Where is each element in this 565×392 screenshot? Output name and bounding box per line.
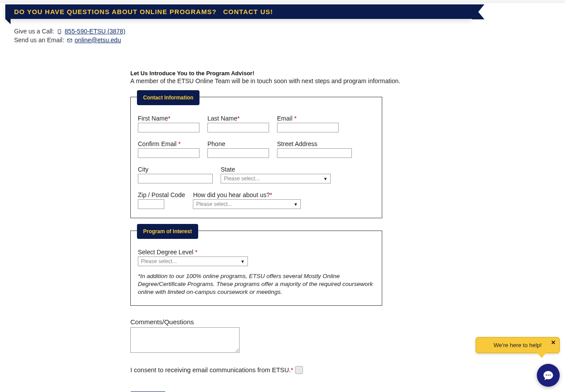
state-label: State	[221, 166, 331, 173]
zip-input[interactable]	[138, 199, 164, 209]
hear-about-label: How did you hear about us?*	[193, 191, 301, 198]
degree-level-select[interactable]: Please select...	[138, 256, 248, 266]
email-field-label: Email *	[277, 115, 339, 122]
zip-label: Zip / Postal Code	[138, 191, 185, 198]
chat-icon	[543, 370, 554, 381]
ribbon-tail	[5, 19, 11, 24]
chat-tooltip: We're here to help! ✕	[476, 337, 560, 353]
svg-point-5	[550, 374, 551, 376]
chat-fab-button[interactable]	[537, 364, 560, 387]
program-interest-legend: Program of Interest	[137, 224, 198, 239]
email-link[interactable]: online@etsu.edu	[74, 37, 121, 44]
first-name-input[interactable]	[138, 123, 199, 132]
email-input[interactable]	[277, 123, 339, 132]
phone-label: Phone	[207, 140, 269, 147]
phone-input[interactable]	[207, 148, 269, 158]
ribbon-end-notch	[472, 4, 484, 19]
svg-point-3	[546, 374, 547, 376]
contact-info-legend: Contact Information	[137, 90, 199, 105]
banner-cta-link[interactable]: CONTACT US!	[223, 8, 273, 15]
last-name-label: Last Name*	[207, 115, 269, 122]
envelope-icon	[67, 37, 72, 44]
contact-information-section: Contact Information First Name* Last Nam…	[130, 97, 382, 218]
banner-ribbon: DO YOU HAVE QUESTIONS ABOUT ONLINE PROGR…	[5, 4, 565, 19]
intro-heading: Let Us Introduce You to the Program Advi…	[130, 70, 513, 77]
confirm-email-label: Confirm Email *	[138, 140, 199, 147]
state-select[interactable]: Please select...	[221, 174, 331, 183]
contact-info-block: Give us a Call: 855-590-ETSU (3878) Send…	[14, 28, 565, 44]
consent-checkbox[interactable]	[295, 366, 303, 374]
svg-point-4	[548, 374, 549, 376]
phone-icon	[57, 29, 62, 35]
form-area: Let Us Introduce You to the Program Advi…	[130, 70, 513, 392]
program-disclosure: *In addition to our 100% online programs…	[138, 272, 375, 297]
degree-level-label: Select Degree Level *	[138, 249, 375, 256]
chat-tooltip-text: We're here to help!	[494, 342, 542, 348]
hear-about-select[interactable]: Please select...	[193, 199, 301, 209]
banner-question: DO YOU HAVE QUESTIONS ABOUT ONLINE PROGR…	[14, 8, 217, 15]
top-divider	[0, 0, 565, 3]
comments-label: Comments/Questions	[130, 318, 513, 326]
chat-tooltip-close[interactable]: ✕	[551, 339, 556, 346]
city-label: City	[138, 166, 213, 173]
confirm-email-input[interactable]	[138, 148, 199, 158]
email-label: Send us an Email:	[14, 37, 66, 44]
city-input[interactable]	[138, 174, 213, 183]
call-label: Give us a Call:	[14, 28, 56, 35]
street-label: Street Address	[277, 140, 352, 147]
comments-textarea[interactable]	[130, 327, 240, 353]
last-name-input[interactable]	[207, 123, 269, 132]
intro-text: A member of the ETSU Online Team will be…	[130, 77, 513, 84]
program-interest-section: Program of Interest Select Degree Level …	[130, 231, 382, 306]
street-input[interactable]	[277, 148, 352, 158]
phone-link[interactable]: 855-590-ETSU (3878)	[65, 28, 126, 35]
consent-text: I consent to receiving email communicati…	[130, 366, 293, 374]
first-name-label: First Name*	[138, 115, 199, 122]
